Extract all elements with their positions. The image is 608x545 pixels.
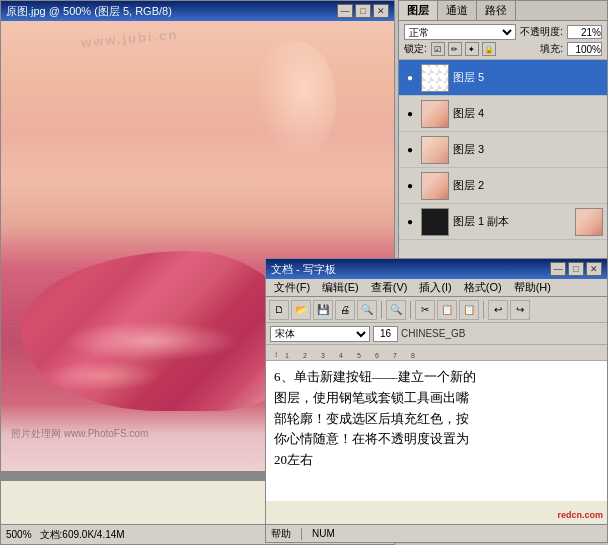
ruler-6: 6 <box>368 352 386 359</box>
layers-panel: 图层 通道 路径 正常 不透明度: 锁定: ☑ ✏ ✦ 🔒 填充: <box>398 0 608 278</box>
wordpad-format-bar: 宋体 CHINESE_GB <box>266 323 607 345</box>
tab-paths[interactable]: 路径 <box>477 1 516 20</box>
minimize-button[interactable]: — <box>337 4 353 18</box>
font-size-input[interactable] <box>373 326 398 342</box>
layer-thumb-content-1copy <box>422 209 448 235</box>
status-help: 帮助 <box>271 527 291 541</box>
layer-thumb-content-5 <box>422 65 448 91</box>
maximize-button[interactable]: □ <box>355 4 371 18</box>
layer-name-2: 图层 2 <box>453 178 603 193</box>
layer-thumb-content-3 <box>422 137 448 163</box>
open-btn[interactable]: 📂 <box>291 300 311 320</box>
layer-item-2[interactable]: ● 图层 2 <box>399 168 607 204</box>
wordpad-maximize[interactable]: □ <box>568 262 584 276</box>
find-btn[interactable]: 🔍 <box>386 300 406 320</box>
wordpad-close[interactable]: ✕ <box>586 262 602 276</box>
menu-help[interactable]: 帮助(H) <box>508 279 557 296</box>
ps-titlebar: 原图.jpg @ 500% (图层 5, RGB/8) — □ ✕ <box>1 1 394 21</box>
preview-btn[interactable]: 🔍 <box>357 300 377 320</box>
lang-indicator: CHINESE_GB <box>401 328 465 339</box>
wordpad-content[interactable]: 6、单击新建按钮——建立一个新的 图层，使用钢笔或套锁工具画出嘴 部轮廓！变成选… <box>266 361 607 501</box>
wordpad-window: 文档 - 写字板 — □ ✕ 文件(F) 编辑(E) 查看(V) 插入(I) 格… <box>265 258 608 543</box>
copy-btn[interactable]: 📋 <box>437 300 457 320</box>
layer-name-4: 图层 4 <box>453 106 603 121</box>
fill-label: 填充: <box>540 42 563 56</box>
wordpad-minimize[interactable]: — <box>550 262 566 276</box>
menu-edit[interactable]: 编辑(E) <box>316 279 365 296</box>
nose-region <box>256 41 336 161</box>
layer-thumb-5 <box>421 64 449 92</box>
fill-input[interactable] <box>567 42 602 56</box>
ruler-1: 1 <box>278 352 296 359</box>
layer-item-3[interactable]: ● 图层 3 <box>399 132 607 168</box>
eye-icon-5[interactable]: ● <box>403 71 417 85</box>
eye-icon-1copy[interactable]: ● <box>403 215 417 229</box>
lip-shine-2 <box>41 361 161 391</box>
lock-all-btn[interactable]: 🔒 <box>482 42 496 56</box>
toolbar-sep-3 <box>483 301 484 319</box>
layer-item-5[interactable]: ● 图层 5 <box>399 60 607 96</box>
tab-channels[interactable]: 通道 <box>438 1 477 20</box>
toolbar-sep-1 <box>381 301 382 319</box>
layer-thumb-3 <box>421 136 449 164</box>
layer-thumb-content-2 <box>422 173 448 199</box>
ps-title: 原图.jpg @ 500% (图层 5, RGB/8) <box>6 4 172 19</box>
save-btn[interactable]: 💾 <box>313 300 333 320</box>
content-line-2: 图层，使用钢笔或套锁工具画出嘴 <box>274 388 599 409</box>
content-line-4: 你心情随意！在将不透明度设置为 <box>274 429 599 450</box>
ruler-3: 3 <box>314 352 332 359</box>
content-line-3: 部轮廓！变成选区后填充红色，按 <box>274 409 599 430</box>
layers-controls: 正常 不透明度: 锁定: ☑ ✏ ✦ 🔒 填充: <box>399 21 607 60</box>
redo-btn[interactable]: ↪ <box>510 300 530 320</box>
menu-format[interactable]: 格式(O) <box>458 279 508 296</box>
layer-thumb-1copy <box>421 208 449 236</box>
opacity-input[interactable] <box>567 25 602 39</box>
blend-mode-select[interactable]: 正常 <box>404 24 516 40</box>
watermark-bottom: 照片处理网 www.PhotoFS.com <box>11 427 148 441</box>
opacity-label: 不透明度: <box>520 25 563 39</box>
zoom-level: 500% <box>6 529 32 540</box>
cut-btn[interactable]: ✂ <box>415 300 435 320</box>
new-btn[interactable]: 🗋 <box>269 300 289 320</box>
layer-name-5: 图层 5 <box>453 70 603 85</box>
lock-transparent-btn[interactable]: ☑ <box>431 42 445 56</box>
layer-item-4[interactable]: ● 图层 4 <box>399 96 607 132</box>
eye-icon-3[interactable]: ● <box>403 143 417 157</box>
ruler-4: 4 <box>332 352 350 359</box>
opacity-row: 不透明度: <box>520 25 602 39</box>
ruler-marks: ↕ 1 2 3 4 5 6 7 8 <box>274 350 422 359</box>
layer-thumb-content-4 <box>422 101 448 127</box>
ruler-2: 2 <box>296 352 314 359</box>
lip-shine-1 <box>61 321 241 361</box>
layer-thumb-4 <box>421 100 449 128</box>
lock-move-btn[interactable]: ✦ <box>465 42 479 56</box>
print-btn[interactable]: 🖨 <box>335 300 355 320</box>
close-button[interactable]: ✕ <box>373 4 389 18</box>
status-divider <box>301 528 302 540</box>
content-line-1: 6、单击新建按钮——建立一个新的 <box>274 367 599 388</box>
wordpad-titlebar: 文档 - 写字板 — □ ✕ <box>266 259 607 279</box>
paste-btn[interactable]: 📋 <box>459 300 479 320</box>
font-select[interactable]: 宋体 <box>270 326 370 342</box>
menu-view[interactable]: 查看(V) <box>365 279 414 296</box>
menu-file[interactable]: 文件(F) <box>268 279 316 296</box>
menu-insert[interactable]: 插入(I) <box>413 279 457 296</box>
layer-name-1copy: 图层 1 副本 <box>453 214 571 229</box>
redcn-logo: redcn.com <box>557 510 603 520</box>
wordpad-statusbar: 帮助 NUM <box>266 524 607 542</box>
eye-icon-4[interactable]: ● <box>403 107 417 121</box>
content-line-5: 20左右 <box>274 450 599 471</box>
undo-btn[interactable]: ↩ <box>488 300 508 320</box>
layer-mask-thumb <box>575 208 603 236</box>
lock-label: 锁定: <box>404 42 427 56</box>
status-num: NUM <box>312 528 335 539</box>
content-text: 6、单击新建按钮——建立一个新的 图层，使用钢笔或套锁工具画出嘴 部轮廓！变成选… <box>274 367 599 471</box>
doc-size: 文档:609.0K/4.14M <box>40 528 125 542</box>
layer-item-1-copy[interactable]: ● 图层 1 副本 <box>399 204 607 240</box>
lock-paint-btn[interactable]: ✏ <box>448 42 462 56</box>
lock-fill-row: 锁定: ☑ ✏ ✦ 🔒 填充: <box>404 42 602 56</box>
eye-icon-2[interactable]: ● <box>403 179 417 193</box>
ruler-5: 5 <box>350 352 368 359</box>
ruler-7: 7 <box>386 352 404 359</box>
tab-layers[interactable]: 图层 <box>399 1 438 20</box>
